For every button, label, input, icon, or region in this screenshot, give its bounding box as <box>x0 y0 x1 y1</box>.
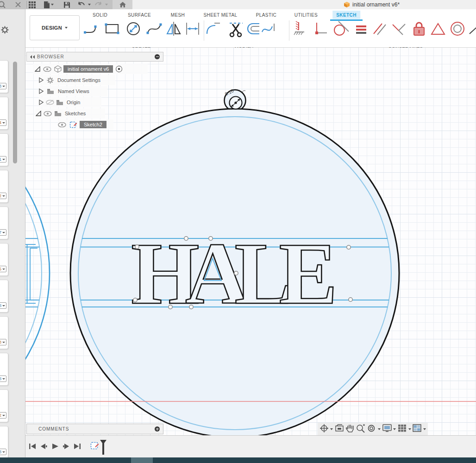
expanded-node-icon[interactable] <box>36 111 41 116</box>
timeline-marker[interactable] <box>100 439 107 457</box>
line-tool-icon[interactable] <box>82 20 100 39</box>
side-card[interactable]: 7 <box>0 206 8 239</box>
concentric-constraint-icon[interactable] <box>448 19 467 40</box>
side-dropdown[interactable]: 2 <box>0 193 6 199</box>
coincident-constraint-icon[interactable] <box>312 20 330 39</box>
project-tool-icon[interactable] <box>260 20 277 39</box>
collapsed-node-icon[interactable] <box>39 88 44 94</box>
tab-utilities[interactable]: UTILITIES <box>291 11 321 19</box>
app-grid-icon[interactable] <box>28 0 36 9</box>
tangent-constraint-icon[interactable] <box>332 19 351 40</box>
display-settings-caret[interactable] <box>393 428 396 430</box>
side-card[interactable]: 3 <box>0 60 8 93</box>
browser-row-named-views[interactable]: Named Views <box>39 86 107 96</box>
side-card[interactable]: 5 <box>0 243 8 276</box>
gear-icon[interactable] <box>1 26 9 36</box>
rectangle-tool-icon[interactable] <box>103 20 121 39</box>
activate-radio-icon[interactable] <box>115 65 123 73</box>
grid-settings-icon[interactable] <box>398 424 407 434</box>
left-ornament-sketch[interactable] <box>25 109 50 435</box>
undo-icon[interactable] <box>77 0 85 9</box>
orbit-icon[interactable] <box>319 424 329 435</box>
viewports-icon[interactable] <box>413 424 421 434</box>
spline-tool-icon[interactable] <box>145 20 163 39</box>
fillet-tool-icon[interactable] <box>204 20 222 39</box>
side-card[interactable]: 3 <box>0 426 8 459</box>
undo-caret[interactable] <box>88 4 91 6</box>
timeline-sketch-feature-icon[interactable] <box>90 441 99 452</box>
search-icon[interactable] <box>0 0 6 9</box>
tab-plastic[interactable]: PLASTIC <box>252 11 280 19</box>
component-name-chip[interactable]: initial ornament v6 <box>63 65 113 73</box>
redo-icon[interactable] <box>94 0 103 9</box>
zoom-icon[interactable] <box>356 424 365 435</box>
tab-sheet-metal[interactable]: SHEET METAL <box>200 11 241 19</box>
timeline-play-button[interactable] <box>50 440 60 452</box>
workspace-switcher[interactable]: DESIGN <box>30 15 80 40</box>
look-at-icon[interactable] <box>335 424 344 434</box>
visibility-eye-icon[interactable] <box>58 122 66 127</box>
side-dropdown[interactable]: 5 <box>0 266 6 272</box>
fit-view-caret[interactable] <box>378 428 381 430</box>
side-card[interactable]: 8 <box>0 316 8 349</box>
os-taskbar[interactable] <box>0 457 476 463</box>
timeline-step-back-button[interactable] <box>38 440 49 452</box>
sidebar-scrollbar[interactable] <box>13 62 17 163</box>
browser-row-sketches[interactable]: Sketches <box>36 108 105 119</box>
parallel-constraint-icon[interactable] <box>371 20 388 39</box>
fix-constraint-icon[interactable] <box>410 20 428 39</box>
browser-minimize-icon[interactable] <box>155 54 160 59</box>
side-dropdown[interactable]: 3 <box>0 449 6 455</box>
side-dropdown[interactable]: 1 <box>0 156 6 163</box>
visibility-eye-icon[interactable] <box>44 111 52 116</box>
side-card[interactable]: 2 <box>0 389 8 422</box>
trim-tool-icon[interactable] <box>227 19 245 40</box>
visibility-eye-icon[interactable] <box>43 67 51 72</box>
home-button[interactable] <box>113 0 132 9</box>
midpoint-constraint-icon[interactable] <box>429 20 447 39</box>
dimension-tool-icon[interactable] <box>184 20 201 39</box>
hanger-center-point[interactable] <box>234 101 237 104</box>
display-settings-icon[interactable] <box>382 424 392 434</box>
side-dropdown[interactable]: 7 <box>0 229 6 236</box>
sketch-name-chip[interactable]: Sketch2 <box>80 121 106 128</box>
horizontal-vertical-constraint-icon[interactable] <box>291 20 309 39</box>
collapse-icon[interactable] <box>30 55 35 59</box>
side-card[interactable]: 4 <box>0 97 8 130</box>
pan-icon[interactable] <box>346 424 354 435</box>
expanded-node-icon[interactable] <box>35 66 40 72</box>
tab-surface[interactable]: SURFACE <box>124 11 155 19</box>
side-card[interactable]: 8 <box>0 353 8 386</box>
timeline-go-to-end-button[interactable] <box>72 440 82 452</box>
timeline-step-forward-button[interactable] <box>61 440 71 452</box>
side-dropdown[interactable]: 3 <box>0 83 6 89</box>
browser-row-document-settings[interactable]: Document Settings <box>39 75 115 85</box>
fit-view-icon[interactable] <box>367 424 376 435</box>
tab-mesh[interactable]: MESH <box>167 11 189 19</box>
ornament-sketch[interactable]: HALE 0.16 <box>70 88 399 435</box>
visibility-off-eye-icon[interactable] <box>46 100 54 105</box>
close-icon[interactable] <box>14 0 22 9</box>
mirror-tool-icon[interactable] <box>165 20 182 39</box>
tab-sketch[interactable]: SKETCH <box>332 11 360 19</box>
side-dropdown[interactable]: 8 <box>0 375 6 382</box>
save-icon[interactable] <box>63 0 71 9</box>
redo-caret[interactable] <box>105 4 108 6</box>
os-taskbar-item[interactable] <box>131 457 153 463</box>
file-menu-icon[interactable] <box>43 0 51 9</box>
perpendicular-constraint-icon[interactable] <box>390 20 407 39</box>
add-comment-icon[interactable] <box>155 426 160 432</box>
grid-settings-caret[interactable] <box>408 428 411 430</box>
browser-row-sketch2[interactable]: Sketch2 <box>58 119 113 130</box>
tab-solid[interactable]: SOLID <box>89 11 111 19</box>
viewports-caret[interactable] <box>423 428 426 430</box>
side-card[interactable]: 2 <box>0 170 8 203</box>
collapsed-node-icon[interactable] <box>39 100 44 105</box>
side-card[interactable]: 1 <box>0 133 8 166</box>
circle-tool-icon[interactable] <box>125 20 142 39</box>
file-menu-caret[interactable] <box>51 4 54 6</box>
collapsed-node-icon[interactable] <box>39 77 44 83</box>
collinear-constraint-icon[interactable] <box>466 20 476 39</box>
comments-panel[interactable]: COMMENTS <box>26 424 163 434</box>
side-dropdown[interactable]: 8 <box>0 302 6 309</box>
